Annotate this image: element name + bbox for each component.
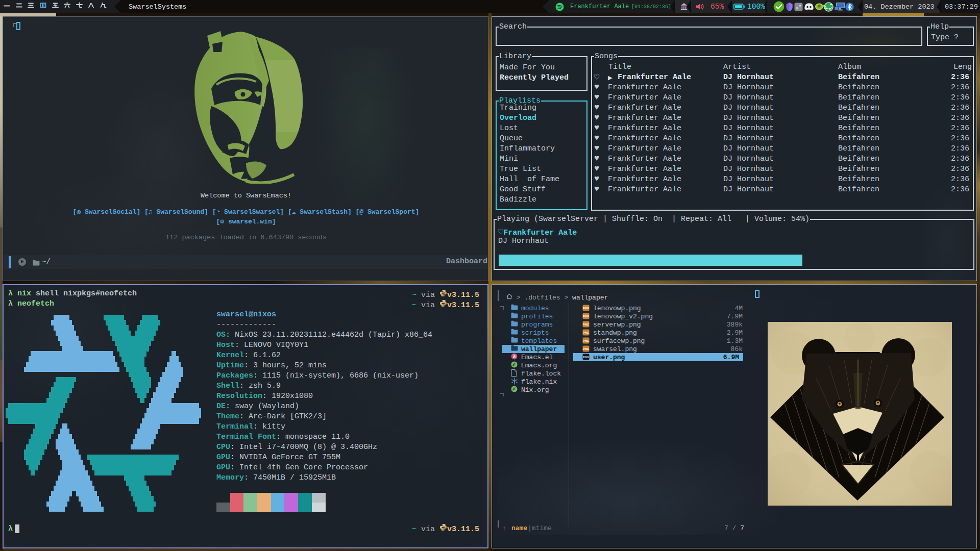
- svg-text:PNG: PNG: [583, 347, 589, 350]
- svg-text:PNG: PNG: [583, 331, 589, 334]
- svg-text:PNG: PNG: [583, 339, 589, 342]
- svg-text:PNG: PNG: [583, 307, 589, 310]
- svg-text:PNG: PNG: [583, 315, 589, 318]
- svg-text:PNG: PNG: [583, 323, 589, 326]
- svg-text:PNG: PNG: [583, 356, 589, 359]
